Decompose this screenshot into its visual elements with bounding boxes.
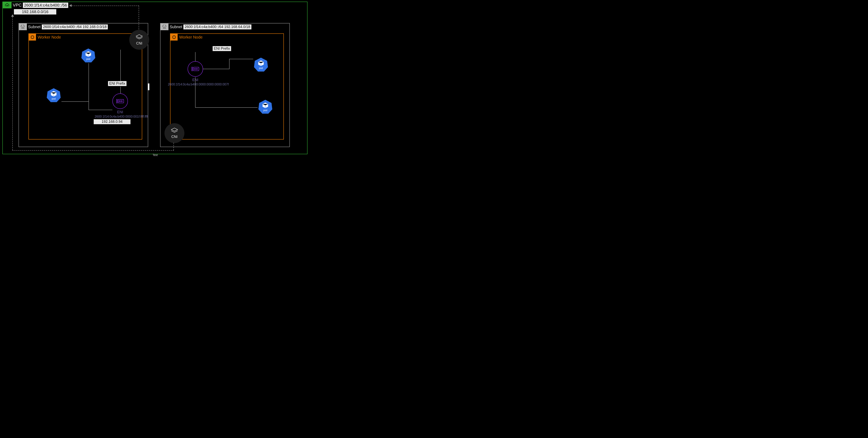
connector	[120, 50, 121, 81]
side-marker	[148, 83, 149, 90]
cni-2: CNI	[164, 123, 184, 143]
worker-1-label: Worker Node	[38, 35, 61, 39]
chip-icon	[170, 34, 178, 40]
layers-icon	[135, 34, 143, 40]
dashed-connector	[138, 6, 139, 29]
subnet-2-cidr: 2600:1f14:c4a:b400::/64 192.168.64.0/18	[183, 25, 251, 29]
dashed-connector	[174, 143, 174, 150]
connector	[120, 87, 121, 93]
connector	[195, 52, 195, 59]
diagram-stage: VPC 2600:1f14:c4a:b400::/56 192.168.0.0/…	[0, 0, 310, 157]
connector	[61, 101, 89, 102]
svg-point-4	[119, 101, 120, 102]
eni-1-label: ENI	[113, 110, 128, 114]
connector	[89, 63, 89, 101]
eni-prefix-2-label: ENI Prefix	[213, 46, 231, 51]
svg-rect-0	[31, 36, 34, 38]
cni-1: CNI	[129, 30, 149, 50]
dashed-connector	[12, 150, 174, 150]
dashed-connector	[12, 17, 13, 150]
subnet-1-header: Subnet 2600:1f14:c4a:b400::/64 192.168.0…	[19, 24, 108, 30]
network-card-icon	[191, 66, 200, 72]
chip-icon	[29, 34, 36, 40]
eni-2	[188, 61, 203, 77]
svg-point-5	[121, 101, 122, 102]
worker-node-2: Worker Node ENI Prefix ENI 2600:1f14:0c4…	[170, 33, 284, 139]
eni-2-ipv6: 2600:1f14:0c4a:b400:0000:0000:0000:007f	[164, 83, 232, 86]
connector	[229, 59, 253, 59]
vpc-cidr-v4: 192.168.0.0/16	[14, 9, 56, 14]
layers-icon	[170, 128, 178, 134]
pod-2a-label: pod	[253, 67, 269, 70]
connector	[195, 59, 195, 61]
subnet-1: Subnet 2600:1f14:c4a:b400::/64 192.168.0…	[19, 23, 148, 147]
subnet-1-label: Subnet	[28, 25, 40, 29]
cni-2-label: CNI	[172, 135, 178, 139]
pod-2b-label: pod	[257, 109, 273, 112]
subnet-2-header: Subnet 2600:1f14:c4a:b400::/64 192.168.6…	[160, 24, 251, 30]
cloud-icon	[3, 2, 11, 8]
pod-1b: pod	[46, 88, 61, 103]
cni-1-label: CNI	[136, 41, 143, 45]
footer-text: Text	[0, 154, 310, 157]
worker-node-1: Worker Node CNI pod	[28, 33, 142, 139]
svg-point-9	[196, 68, 197, 70]
subnet-icon	[160, 24, 168, 30]
vpc-cidr-v6: 2600:1f14:c4a:b400::/56	[23, 3, 68, 8]
connector	[195, 107, 257, 108]
network-card-icon	[116, 98, 125, 104]
pod-1a-label: pod	[81, 58, 96, 60]
connector	[203, 69, 229, 69]
eni-1	[113, 93, 128, 109]
eni-1-ipv6: 2600:1f14:0c4a:b400:0000:001f:ffff:ffff	[89, 115, 154, 119]
vpc-container: VPC 2600:1f14:c4a:b400::/56 192.168.0.0/…	[2, 2, 308, 154]
arrow-left-icon	[69, 4, 72, 7]
connector	[229, 59, 229, 69]
worker-1-header: Worker Node	[29, 34, 61, 40]
pod-1b-label: pod	[46, 97, 61, 100]
eni-1-ipv4: 192.168.0.94	[94, 119, 130, 124]
subnet-1-cidr: 2600:1f14:c4a:b400::/64 192.168.0.0/18	[42, 25, 107, 29]
pod-2b: pod	[257, 99, 273, 114]
subnet-2: Subnet 2600:1f14:c4a:b400::/64 192.168.6…	[160, 23, 290, 147]
worker-2-header: Worker Node	[170, 34, 203, 40]
connector	[89, 110, 113, 110]
worker-2-label: Worker Node	[179, 35, 203, 39]
connector	[195, 77, 195, 107]
eni-prefix-1-label: ENI Prefix	[108, 81, 126, 86]
pod-2a: pod	[253, 57, 269, 72]
subnet-icon	[19, 24, 27, 30]
svg-point-8	[194, 68, 195, 70]
subnet-2-label: Subnet	[170, 25, 182, 29]
pod-1a: pod	[81, 48, 96, 63]
connector	[89, 101, 89, 110]
vpc-header: VPC 2600:1f14:c4a:b400::/56	[3, 2, 68, 8]
vpc-label: VPC	[13, 3, 22, 8]
arrow-up-icon	[11, 14, 14, 17]
dashed-connector	[72, 6, 139, 6]
svg-rect-6	[173, 36, 175, 38]
